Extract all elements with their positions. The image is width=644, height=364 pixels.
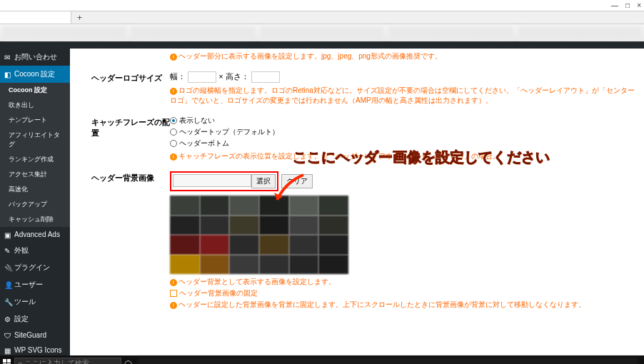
sidebar-sub-item[interactable]: ランキング作成 [0,152,70,167]
sidebar-item[interactable]: 🛡SiteGuard [0,328,70,343]
sidebar-item-label: ツール [14,297,36,307]
radio-label: ヘッダーボトム [179,138,229,148]
browser-tab-bar: + [0,11,644,24]
browser-toolbar [0,24,644,41]
header-bg-label: ヘッダー背景画像 [91,171,170,310]
sidebar-item[interactable]: ✉お問い合わせ [0,49,70,66]
info-icon: i [170,153,177,161]
bg-note-1: iヘッダー背景として表示する画像を設定します。 [170,277,637,287]
sidebar-item-label: プラグイン [14,263,50,273]
sidebar-sub-item[interactable]: 高速化 [0,182,70,197]
radio-button[interactable] [170,128,177,136]
svg-icon: ▦ [4,347,11,354]
sidebar-item[interactable]: 🔌プラグイン [0,259,70,276]
bg-note-2: iヘッダーに設定した背景画像を背景に固定します。上下にスクロールしたときに背景画… [170,300,637,310]
sidebar-item-label: Advanced Ads [14,231,60,238]
sidebar-sub-item[interactable]: アフィリエイトタグ [0,128,70,152]
header-image-note: iヘッダー部分に表示する画像を設定します。jpg、jpeg、png形式の画像推奨… [170,51,637,61]
logo-width-input[interactable] [188,71,216,83]
brush-icon: ✎ [4,247,11,254]
sidebar-sub-item[interactable]: 吹き出し [0,98,70,113]
taskbar-search[interactable]: ○ ここに入力して検索 [14,358,121,364]
sidebar-item[interactable]: ⚙設定 [0,310,70,328]
new-tab-button[interactable]: + [71,13,88,23]
windows-taskbar: ○ ここに入力して検索 ◯ [0,355,644,364]
bg-fix-checkbox[interactable] [170,290,177,297]
window-minimize[interactable]: — [611,1,618,9]
sidebar-sub-item[interactable]: キャッシュ削除 [0,212,70,227]
info-icon: i [170,302,177,309]
sidebar-item-label: Cocoon 設定 [14,69,55,79]
user-icon: 👤 [4,281,11,288]
plugin-icon: 🔌 [4,264,11,271]
catchphrase-option[interactable]: ヘッダートップ（デフォルト） [170,127,637,137]
sidebar-item-label: 設定 [14,314,29,324]
sidebar-item[interactable]: ✎外観 [0,242,70,259]
ads-icon: ▣ [4,231,11,238]
svg-rect-1 [7,359,11,363]
catchphrase-note: iキャッチフレーズの表示位置を設定します。※「ヘッダーレイアウト」が「センターロ… [170,151,637,161]
sidebar-item-label: SiteGuard [14,331,46,339]
bg-fix-row: ヘッダー背景画像の固定 [170,288,637,298]
window-titlebar: — □ × [0,0,644,11]
wp-admin-bar[interactable] [0,41,644,49]
sidebar-item[interactable]: ▣Advanced Ads [0,227,70,242]
info-icon: i [170,54,177,61]
clear-button[interactable]: クリア [281,174,313,188]
sidebar-item[interactable]: 👤ユーザー [0,276,70,293]
catchphrase-option[interactable]: 表示しない [170,116,637,126]
sidebar-sub-item[interactable]: テンプレート [0,113,70,128]
logo-size-label: ヘッダーロゴサイズ [91,71,170,106]
catchphrase-label: キャッチフレーズの配置 [91,116,170,161]
catchphrase-option[interactable]: ヘッダーボトム [170,138,637,148]
file-select-highlight: 選択 [170,171,278,191]
select-button[interactable]: 選択 [251,174,276,188]
window-maximize[interactable]: □ [625,1,630,9]
wp-sidebar: ✉お問い合わせ◧Cocoon 設定Cocoon 設定吹き出しテンプレートアフィリ… [0,49,70,355]
sidebar-item[interactable]: ▦WP SVG Icons [0,343,70,358]
logo-size-note: iロゴの縦横幅を指定します。ロゴのRetina対応などに。サイズ設定が不要の場合… [170,86,637,106]
tool-icon: 🔧 [4,298,11,305]
cortana-icon[interactable]: ◯ [124,360,132,365]
radio-label: 表示しない [179,116,215,126]
browser-tab[interactable] [0,11,71,24]
header-bg-input[interactable] [173,174,251,187]
window-close[interactable]: × [637,1,641,9]
mail-icon: ✉ [4,54,11,61]
header-bg-preview [170,196,348,274]
taskbar-apps[interactable] [138,358,638,364]
svg-rect-0 [3,359,6,363]
sidebar-sub-item[interactable]: アクセス集計 [0,167,70,182]
gear-icon: ⚙ [4,315,11,323]
sidebar-sub-item[interactable]: Cocoon 設定 [0,83,70,98]
windows-start-icon[interactable] [3,359,11,364]
sidebar-item-label: WP SVG Icons [14,346,62,354]
search-icon: ○ [18,360,22,365]
radio-button[interactable] [170,140,177,147]
logo-height-input[interactable] [251,71,280,83]
radio-button[interactable] [170,117,177,124]
settings-content: iヘッダー部分に表示する画像を設定します。jpg、jpeg、png形式の画像推奨… [70,49,644,355]
info-icon: i [170,88,177,95]
sidebar-item[interactable]: ◧Cocoon 設定 [0,66,70,83]
info-icon: i [170,279,177,286]
radio-label: ヘッダートップ（デフォルト） [179,127,279,137]
sidebar-item-label: お問い合わせ [14,52,57,62]
sidebar-item-label: 外観 [14,246,29,256]
sidebar-item-label: ユーザー [14,280,43,290]
cocoon-icon: ◧ [4,71,11,78]
sidebar-item[interactable]: 🔧ツール [0,293,70,310]
shield-icon: 🛡 [4,332,11,339]
sidebar-sub-item[interactable]: バックアップ [0,197,70,212]
